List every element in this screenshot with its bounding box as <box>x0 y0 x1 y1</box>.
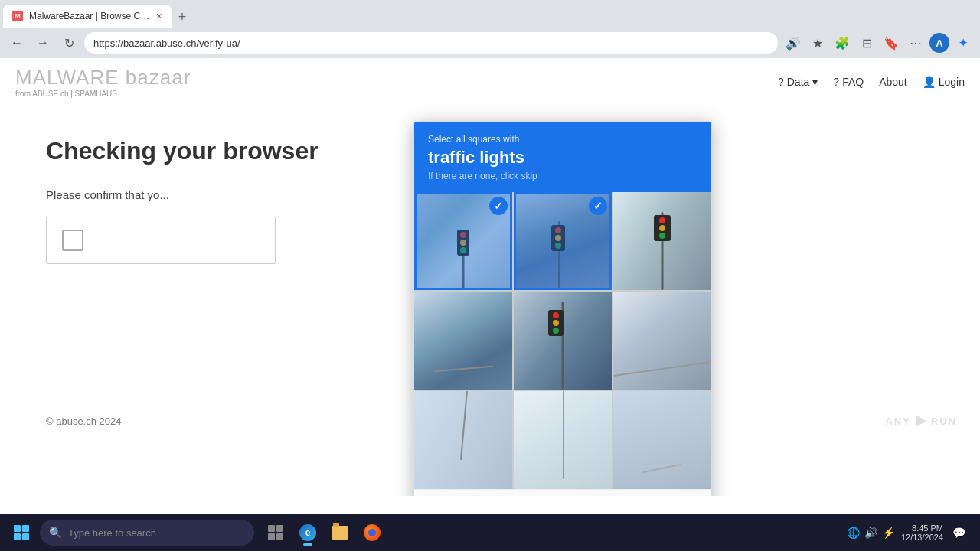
taskbar-search[interactable]: 🔍 Type here to search <box>40 520 254 546</box>
read-aloud-icon[interactable]: 🔊 <box>782 32 804 54</box>
cell-1-checkmark: ✓ <box>489 197 508 215</box>
profile-avatar[interactable]: A <box>929 33 949 53</box>
address-input[interactable] <box>84 32 778 54</box>
login-icon: 👤 <box>923 76 936 88</box>
taskbar-apps: e <box>260 517 387 548</box>
captcha-cell-6[interactable] <box>613 292 711 390</box>
logo-light: bazaar <box>119 66 191 89</box>
taskbar-edge[interactable]: e <box>292 517 323 548</box>
favorites-icon[interactable]: ★ <box>807 32 828 54</box>
split-view-icon[interactable]: ⊟ <box>856 32 877 54</box>
logo-sub: from ABUSE.ch | SPAMHAUS <box>15 90 191 98</box>
start-button[interactable] <box>6 517 37 548</box>
taskbar-task-view[interactable] <box>260 517 291 548</box>
captcha-instruction: Select all squares with <box>428 134 697 145</box>
data-chevron-icon: ▾ <box>812 76 818 88</box>
forward-button[interactable]: → <box>32 32 54 54</box>
tab-favicon: M <box>12 11 23 21</box>
time-display: 8:45 PM <box>912 523 943 533</box>
captcha-cell-9[interactable] <box>613 391 711 489</box>
site-header: MALWARE bazaar from ABUSE.ch | SPAMHAUS … <box>0 58 980 106</box>
captcha-cell-3[interactable] <box>613 192 711 290</box>
captcha-cell-8[interactable] <box>514 391 612 489</box>
refresh-button[interactable]: ↻ <box>58 32 80 54</box>
nav-about[interactable]: About <box>879 76 907 88</box>
date-display: 12/13/2024 <box>901 533 943 542</box>
search-placeholder: Type here to search <box>68 527 156 539</box>
captcha-hint: If there are none, click skip <box>428 171 697 181</box>
toolbar-right: 🔊 ★ 🧩 ⊟ 🔖 ⋯ A ✦ <box>782 32 974 54</box>
browser-tools-icon[interactable]: ⋯ <box>905 32 926 54</box>
logo-bold: MALWARE <box>15 66 119 89</box>
watermark-text: ANY <box>885 416 910 427</box>
captcha-cell-5[interactable] <box>514 292 612 390</box>
site-nav: ? Data ▾ ? FAQ About 👤 Login <box>778 76 965 88</box>
tab-bar: M MalwareBazaar | Browse Checkin... × + <box>0 0 980 28</box>
faq-icon: ? <box>833 76 839 88</box>
page-content: MALWARE bazaar from ABUSE.ch | SPAMHAUS … <box>0 58 980 496</box>
site-logo: MALWARE bazaar from ABUSE.ch | SPAMHAUS <box>15 66 191 98</box>
tab-title: MalwareBazaar | Browse Checkin... <box>29 11 150 21</box>
captcha-checkbox[interactable] <box>62 230 83 251</box>
taskbar-firefox[interactable] <box>357 517 387 548</box>
logo-main: MALWARE bazaar <box>15 66 191 90</box>
captcha-checkbox-area[interactable] <box>46 217 276 264</box>
copilot-icon[interactable]: ✦ <box>952 32 974 54</box>
notifications-button[interactable]: 💬 <box>949 523 968 542</box>
address-bar: ← → ↻ 🔊 ★ 🧩 ⊟ 🔖 ⋯ A ✦ <box>0 28 980 58</box>
captcha-cell-7[interactable] <box>414 391 512 489</box>
active-tab[interactable]: M MalwareBazaar | Browse Checkin... × <box>3 5 172 28</box>
taskbar-system-tray: 🌐 🔊 ⚡ 8:45 PM 12/13/2024 💬 <box>847 523 974 542</box>
captcha-controls: ↺ 🎧 ℹ NEXT <box>414 489 711 496</box>
clock[interactable]: 8:45 PM 12/13/2024 <box>901 523 943 542</box>
new-tab-button[interactable]: + <box>172 6 193 28</box>
captcha-header: Select all squares with traffic lights I… <box>414 122 711 192</box>
data-icon: ? <box>778 76 784 88</box>
network-icon[interactable]: 🌐 <box>847 527 860 539</box>
captcha-grid: ✓ ✓ <box>414 192 711 489</box>
captcha-cell-4[interactable] <box>414 292 512 390</box>
windows-logo-icon <box>14 525 29 540</box>
back-button[interactable]: ← <box>6 32 28 54</box>
collections-icon[interactable]: 🔖 <box>880 32 902 54</box>
watermark-play-icon <box>916 415 926 427</box>
watermark: ANY RUN <box>885 415 957 427</box>
nav-faq[interactable]: ? FAQ <box>833 76 864 88</box>
system-icons: 🌐 🔊 ⚡ <box>847 527 895 539</box>
tab-close-button[interactable]: × <box>156 10 162 22</box>
search-icon: 🔍 <box>49 527 62 539</box>
browser-chrome: M MalwareBazaar | Browse Checkin... × + … <box>0 0 980 58</box>
battery-icon: ⚡ <box>882 527 895 539</box>
captcha-cell-2[interactable]: ✓ <box>514 192 612 290</box>
nav-login[interactable]: 👤 Login <box>923 76 965 88</box>
footer-copyright: © abuse.ch 2024 <box>46 416 121 427</box>
watermark-text2: RUN <box>931 416 957 427</box>
captcha-cell-1[interactable]: ✓ <box>414 192 512 290</box>
cell-2-checkmark: ✓ <box>589 197 607 215</box>
taskbar: 🔍 Type here to search e <box>0 514 980 551</box>
nav-data[interactable]: ? Data ▾ <box>778 76 818 88</box>
extensions-icon[interactable]: 🧩 <box>831 32 853 54</box>
taskbar-file-explorer[interactable] <box>325 517 355 548</box>
captcha-modal: Select all squares with traffic lights I… <box>413 121 712 496</box>
volume-icon[interactable]: 🔊 <box>864 527 877 539</box>
captcha-subject: traffic lights <box>428 148 697 168</box>
